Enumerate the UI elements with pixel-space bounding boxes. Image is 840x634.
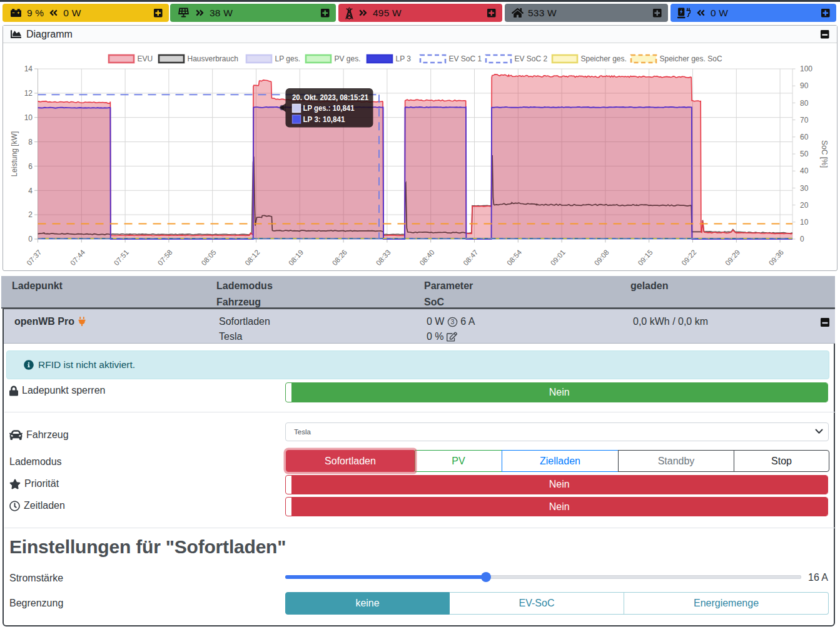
svg-text:08:12: 08:12 <box>243 248 261 267</box>
svg-text:LP ges.: LP ges. <box>275 54 300 63</box>
svg-text:Speicher ges.: Speicher ges. <box>581 54 627 63</box>
svg-text:07:37: 07:37 <box>25 248 43 267</box>
svg-text:08:26: 08:26 <box>331 248 348 267</box>
svg-text:70: 70 <box>800 116 809 125</box>
svg-text:EV SoC 1: EV SoC 1 <box>449 54 482 63</box>
svg-text:Hausverbrauch: Hausverbrauch <box>188 54 238 63</box>
svg-text:08:05: 08:05 <box>200 248 218 267</box>
svg-text:20: 20 <box>800 201 809 210</box>
svg-text:08:47: 08:47 <box>462 248 479 267</box>
svg-text:09:01: 09:01 <box>549 248 567 267</box>
svg-text:08:19: 08:19 <box>287 248 305 267</box>
svg-text:08:40: 08:40 <box>418 248 436 267</box>
svg-text:LP 3: LP 3 <box>396 54 412 63</box>
svg-text:6: 6 <box>28 162 33 171</box>
svg-text:0: 0 <box>800 235 804 243</box>
svg-text:20. Okt. 2023, 08:15:21: 20. Okt. 2023, 08:15:21 <box>292 93 368 102</box>
svg-text:09:36: 09:36 <box>767 248 785 267</box>
svg-text:LP ges.: 10,841: LP ges.: 10,841 <box>303 103 355 113</box>
svg-text:10: 10 <box>800 218 809 227</box>
svg-text:0: 0 <box>28 235 33 243</box>
svg-text:30: 30 <box>800 184 809 193</box>
svg-text:09:22: 09:22 <box>680 248 697 267</box>
svg-text:EVU: EVU <box>138 54 153 63</box>
svg-text:2: 2 <box>28 210 33 219</box>
svg-text:4: 4 <box>28 187 33 195</box>
svg-text:80: 80 <box>800 99 809 108</box>
svg-text:Speicher ges. SoC: Speicher ges. SoC <box>660 54 722 63</box>
svg-text:8: 8 <box>28 138 33 146</box>
svg-text:07:58: 07:58 <box>156 248 174 267</box>
svg-text:90: 90 <box>800 81 809 90</box>
svg-text:EV SoC 2: EV SoC 2 <box>515 54 548 63</box>
svg-text:07:44: 07:44 <box>69 248 87 267</box>
svg-text:09:08: 09:08 <box>593 248 610 267</box>
svg-text:LP 3: 10,841: LP 3: 10,841 <box>303 115 345 124</box>
svg-text:PV ges.: PV ges. <box>335 54 361 63</box>
svg-text:50: 50 <box>800 150 809 158</box>
svg-text:40: 40 <box>800 166 809 175</box>
svg-text:07:51: 07:51 <box>113 248 130 267</box>
svg-text:100: 100 <box>800 64 812 73</box>
svg-text:12: 12 <box>24 89 33 98</box>
svg-text:SoC [%]: SoC [%] <box>820 140 829 168</box>
svg-text:08:33: 08:33 <box>375 248 392 267</box>
svg-text:Leistung [kW]: Leistung [kW] <box>10 131 19 177</box>
svg-text:10: 10 <box>24 113 33 122</box>
svg-text:09:29: 09:29 <box>724 248 741 267</box>
svg-text:3: 3 <box>450 318 454 325</box>
svg-text:14: 14 <box>24 64 33 73</box>
svg-text:08:54: 08:54 <box>505 248 524 267</box>
svg-text:60: 60 <box>800 133 809 141</box>
svg-text:09:15: 09:15 <box>637 248 654 267</box>
